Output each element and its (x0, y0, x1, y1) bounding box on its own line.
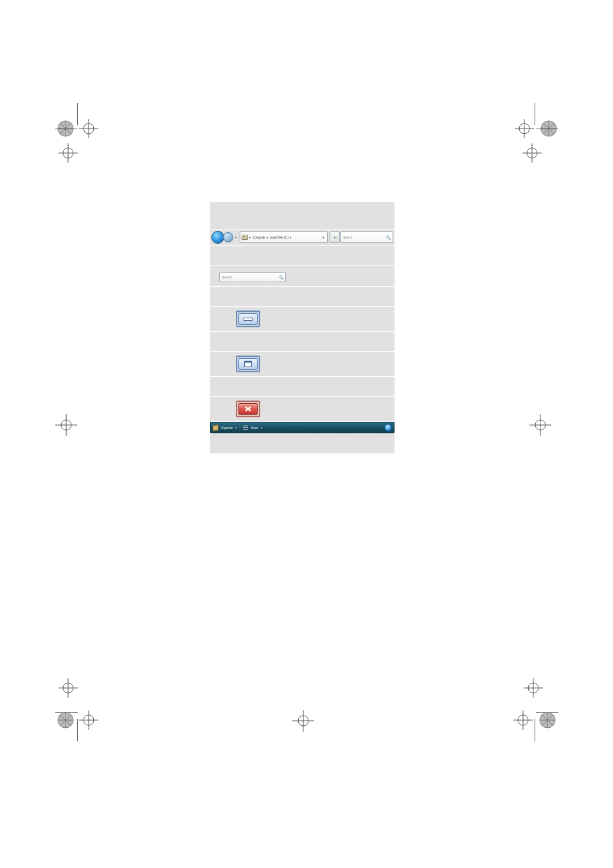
crop-mark (55, 712, 78, 713)
registration-mark (287, 705, 326, 743)
registration-mark (55, 140, 94, 179)
nav-forward-button[interactable]: → (223, 232, 233, 242)
views-button[interactable]: Views (251, 426, 258, 429)
crop-mark (77, 719, 78, 741)
maximize-icon (244, 361, 252, 367)
crop-mark (535, 103, 535, 125)
arrow-left-icon: ← (215, 235, 220, 240)
search-placeholder: Search (343, 236, 352, 239)
search-placeholder: Search (222, 275, 232, 279)
registration-mark (55, 701, 100, 746)
refresh-button[interactable]: ↻ (330, 231, 340, 243)
standalone-search-box[interactable]: Search 🔍 (219, 272, 286, 282)
search-icon: 🔍 (386, 235, 391, 240)
crop-mark (535, 719, 535, 741)
minimize-button[interactable] (236, 311, 260, 327)
breadcrumb-localdisk[interactable]: Local Disk (C:) (270, 236, 289, 239)
nav-back-button[interactable]: ← (211, 231, 224, 244)
table-gap (210, 434, 395, 454)
close-icon (244, 406, 252, 412)
maximize-button[interactable] (236, 356, 260, 372)
breadcrumb-computer[interactable]: Computer (253, 236, 265, 239)
crop-mark (55, 129, 78, 129)
maximize-cell (210, 352, 395, 377)
search-icon: 🔍 (279, 275, 283, 280)
registration-mark (513, 701, 558, 746)
nav-history-dropdown[interactable]: ▾ (233, 231, 238, 244)
address-bar-cell: ← → ▾ ▸ Computer ▸ Local Disk (C:) ▸ ▾ ↻… (210, 230, 395, 246)
chevron-down-icon: ▾ (235, 426, 237, 429)
table-gap (210, 332, 395, 352)
table-header-blank (210, 202, 395, 230)
explorer-command-bar: Organize ▾ Views ▾ ? (210, 422, 395, 433)
chevron-down-icon: ▾ (261, 426, 263, 429)
breadcrumb-bar[interactable]: ▸ Computer ▸ Local Disk (C:) ▸ ▾ (240, 231, 328, 243)
chevron-right-icon: ▸ (290, 236, 292, 239)
help-button[interactable]: ? (384, 424, 392, 431)
refresh-icon: ↻ (333, 235, 337, 240)
address-dropdown[interactable]: ▾ (321, 236, 326, 239)
commandbar-cell: Organize ▾ Views ▾ ? (210, 422, 395, 434)
views-icon (243, 426, 248, 430)
chevron-right-icon: ▸ (249, 236, 251, 239)
address-search-box[interactable]: Search 🔍 (341, 231, 393, 243)
crop-mark (536, 712, 558, 713)
table-gap (210, 246, 395, 266)
registration-mark (524, 409, 563, 448)
crop-mark (536, 129, 558, 129)
chevron-right-icon: ▸ (267, 236, 269, 239)
drive-icon (242, 235, 248, 240)
organize-icon (213, 424, 218, 431)
table-gap (210, 377, 395, 397)
close-cell (210, 397, 395, 422)
minimize-cell (210, 307, 395, 332)
explorer-address-bar: ← → ▾ ▸ Computer ▸ Local Disk (C:) ▸ ▾ ↻… (210, 231, 395, 244)
crop-mark (77, 103, 78, 125)
arrow-right-icon: → (226, 235, 231, 240)
searchbox-cell: Search 🔍 (210, 266, 395, 287)
minimize-icon (244, 318, 253, 321)
table-gap (210, 287, 395, 307)
ui-elements-table: ← → ▾ ▸ Computer ▸ Local Disk (C:) ▸ ▾ ↻… (210, 202, 395, 454)
registration-mark (519, 140, 558, 179)
separator (240, 424, 240, 431)
registration-mark (50, 409, 89, 448)
close-button[interactable] (236, 401, 260, 417)
organize-button[interactable]: Organize (221, 426, 233, 429)
